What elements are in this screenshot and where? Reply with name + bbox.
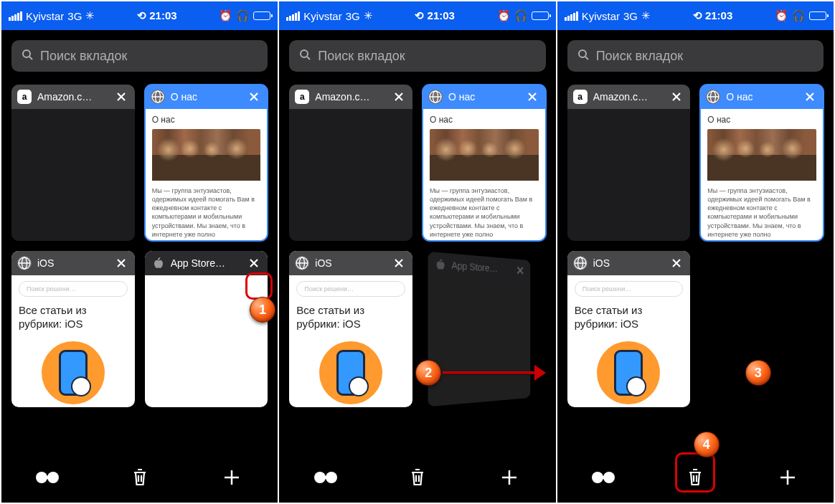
- alarm-icon: ⏰: [219, 9, 232, 22]
- apple-icon: [151, 256, 165, 270]
- carrier-label: Kyivstar: [26, 10, 64, 22]
- headphones-icon: 🎧: [236, 9, 250, 22]
- search-placeholder: Поиск вкладок: [318, 49, 405, 64]
- close-icon[interactable]: [391, 255, 407, 271]
- tab-title: Amazon.c…: [37, 91, 108, 103]
- inner-search: Поиск решени…: [19, 281, 128, 297]
- tab-title: iOS: [593, 257, 664, 269]
- phone-panel-3: Kyivstar 3G ✳︎ ⟲ 21:03 ⏰ 🎧 Поиск вкладок…: [557, 1, 834, 503]
- tab-onas[interactable]: О нас О нас Мы — группа энтузиастов, оде…: [423, 85, 546, 241]
- tabs-grid: a Amazon.c… О нас О нас Мы: [1, 82, 278, 452]
- close-icon[interactable]: [113, 255, 129, 271]
- delete-all-button[interactable]: [678, 460, 712, 495]
- amazon-favicon: a: [17, 90, 32, 104]
- close-icon[interactable]: [669, 89, 684, 105]
- search-tabs-input[interactable]: Поиск вкладок: [11, 40, 268, 72]
- tab-amazon[interactable]: a Amazon.c…: [289, 85, 412, 241]
- bottom-toolbar: [557, 452, 834, 503]
- tab-title: О нас: [448, 91, 519, 103]
- status-bar: Kyivstar 3G ✳︎ ⟲ 21:03 ⏰ 🎧: [1, 1, 278, 30]
- hero-image: [707, 129, 816, 181]
- tab-title: iOS: [315, 257, 385, 269]
- swipe-arrow: [443, 371, 536, 374]
- page-body-text: Мы — группа энтузиастов, одержимых идеей…: [430, 186, 539, 239]
- tabs-grid: a Amazon.c… О нас О нас Мы — группа энту…: [279, 82, 555, 452]
- close-icon[interactable]: [391, 89, 407, 105]
- new-tab-button[interactable]: [492, 460, 527, 495]
- page-body-text: Мы — группа энтузиастов, одержимых идеей…: [707, 186, 816, 239]
- search-icon: [299, 49, 311, 64]
- activity-icon: ✳︎: [85, 9, 95, 22]
- search-placeholder: Поиск вкладок: [40, 49, 127, 64]
- battery-icon: [253, 11, 270, 20]
- close-icon[interactable]: [246, 89, 262, 105]
- new-tab-button[interactable]: [770, 460, 805, 495]
- headphones-icon: 🎧: [514, 9, 528, 22]
- close-icon[interactable]: [524, 89, 540, 105]
- delete-all-button[interactable]: [400, 460, 435, 495]
- headphones-icon: 🎧: [792, 9, 806, 22]
- category-badge: [319, 341, 382, 404]
- tab-amazon[interactable]: a Amazon.c…: [567, 85, 691, 241]
- carrier-label: Kyivstar: [303, 10, 341, 22]
- close-icon[interactable]: [669, 255, 684, 271]
- search-tabs-input[interactable]: Поиск вкладок: [567, 40, 824, 72]
- activity-icon: ✳︎: [364, 9, 373, 22]
- new-tab-button[interactable]: [214, 460, 249, 495]
- incognito-button[interactable]: [586, 460, 621, 495]
- status-bar: Kyivstar 3G ✳︎ ⟲ 21:03 ⏰ 🎧: [557, 1, 834, 30]
- category-heading: Все статьи из рубрики: iOS: [19, 304, 128, 331]
- svg-point-26: [579, 50, 586, 57]
- globe-icon: [573, 256, 588, 270]
- page-heading: О нас: [707, 115, 816, 125]
- tab-onas[interactable]: О нас О нас Мы — группа энтузиастов, оде…: [700, 85, 824, 241]
- incognito-button[interactable]: [308, 460, 343, 495]
- tab-onas[interactable]: О нас О нас Мы — группа энтузиастов, оде…: [145, 85, 268, 241]
- carrier-label: Kyivstar: [582, 10, 620, 22]
- tab-ios[interactable]: iOS Поиск решени… Все статьи из рубрики:…: [567, 251, 691, 407]
- tab-ios[interactable]: iOS Поиск решени… Все статьи из рубрики:…: [11, 251, 135, 407]
- battery-icon: [532, 11, 549, 20]
- svg-rect-10: [44, 476, 50, 479]
- clock-time: 21:03: [428, 9, 455, 22]
- apple-icon: [433, 257, 446, 272]
- tab-appstore[interactable]: App Store…: [145, 251, 268, 407]
- search-icon: [22, 49, 33, 64]
- hero-image: [152, 129, 261, 181]
- tab-ios[interactable]: iOS Поиск решени… Все статьи из рубрики:…: [289, 251, 412, 407]
- tab-amazon[interactable]: a Amazon.c…: [11, 85, 135, 241]
- globe-icon: [17, 256, 32, 270]
- svg-point-0: [23, 50, 30, 57]
- activity-icon: ✳︎: [641, 9, 651, 22]
- globe-icon: [151, 90, 165, 104]
- svg-point-13: [301, 50, 308, 57]
- tab-title: App Store…: [171, 257, 241, 269]
- close-icon[interactable]: [246, 255, 262, 271]
- tab-title: О нас: [726, 91, 796, 103]
- tabs-grid: a Amazon.c… О нас О нас Мы — группа энту…: [557, 82, 834, 452]
- tab-title: App Store…: [451, 260, 509, 275]
- bottom-toolbar: [279, 452, 555, 503]
- close-icon[interactable]: [113, 89, 129, 105]
- signal-bars-icon: [9, 11, 22, 21]
- tab-title: Amazon.c…: [593, 91, 664, 103]
- delete-all-button[interactable]: [123, 460, 157, 495]
- phone-panel-2: Kyivstar 3G ✳︎ ⟲ 21:03 ⏰ 🎧 Поиск вкладок…: [279, 1, 555, 503]
- link-icon: ⟲: [415, 9, 424, 22]
- amazon-favicon: a: [295, 90, 309, 104]
- clock-time: 21:03: [149, 9, 176, 22]
- clock-time: 21:03: [705, 9, 732, 22]
- svg-line-27: [585, 57, 588, 60]
- svg-rect-36: [600, 476, 606, 479]
- bottom-toolbar: [1, 452, 278, 503]
- incognito-button[interactable]: [30, 460, 65, 495]
- status-bar: Kyivstar 3G ✳︎ ⟲ 21:03 ⏰ 🎧: [279, 1, 555, 30]
- phone-panel-1: Kyivstar 3G ✳︎ ⟲ 21:03 ⏰ 🎧 Поиск вкладок…: [1, 1, 278, 503]
- page-heading: О нас: [152, 115, 261, 125]
- tab-appstore-swiping[interactable]: App Store…: [428, 252, 530, 407]
- close-icon[interactable]: [514, 263, 527, 278]
- close-icon[interactable]: [802, 89, 818, 105]
- inner-search: Поиск решени…: [296, 281, 405, 297]
- search-tabs-input[interactable]: Поиск вкладок: [289, 40, 545, 72]
- inner-search: Поиск решени…: [575, 281, 684, 297]
